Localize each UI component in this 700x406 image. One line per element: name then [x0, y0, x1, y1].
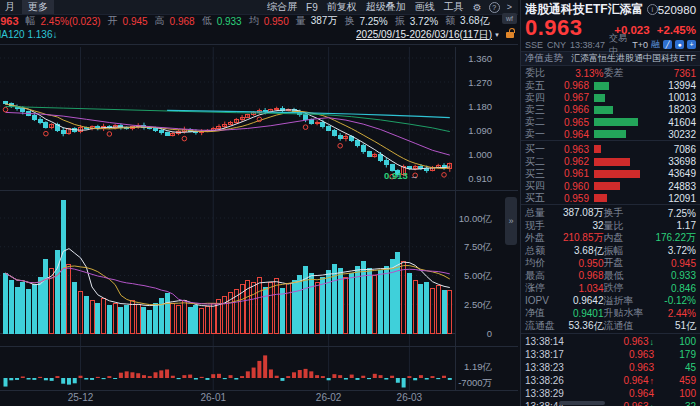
menu-item-前复权[interactable]: 前复权: [327, 0, 357, 14]
ask-level-row[interactable]: 卖二0.96541604: [521, 115, 700, 127]
expand-arrow-icon[interactable]: >: [507, 2, 512, 12]
trade-tick-row: 13:38:230.96345: [521, 361, 700, 374]
price-change-pct: +2.45%: [657, 24, 696, 36]
weibi-value: 3.13%: [557, 68, 604, 79]
ask-level-row[interactable]: 卖一0.96430232: [521, 127, 700, 139]
svg-text:5.00亿: 5.00亿: [464, 270, 492, 281]
margin-flag: 融: [651, 38, 660, 51]
panel-scrollbar[interactable]: [559, 401, 605, 405]
svg-text:0.910: 0.910: [468, 173, 492, 184]
ask-level-row[interactable]: 卖三0.96618203: [521, 103, 700, 115]
stat-row: 总量387.08万换手7.25%: [521, 206, 700, 219]
info-label: 均: [249, 14, 259, 28]
info-label: 幅: [26, 14, 36, 28]
order-book: 卖五0.96813994卖四0.96710013卖三0.96618203卖二0.…: [521, 79, 700, 204]
menu-item-综合屏[interactable]: 综合屏: [267, 0, 297, 14]
market-meta-row: SSE CNY 13:38:47 交易中 T+0 融 ╱●+: [521, 38, 700, 51]
ma-indicator-row: MA120 1.136↓ 2025/09/15-2026/03/16(117日)…: [0, 27, 518, 42]
bid-level-row[interactable]: 买三0.96143649: [521, 167, 700, 179]
stat-row: 均价0.950开盘0.945: [521, 256, 700, 269]
currency-label: CNY: [547, 40, 566, 50]
svg-text:10.00亿: 10.00亿: [459, 213, 493, 224]
bid-level-row[interactable]: 买四0.96024883: [521, 179, 700, 191]
help-icon[interactable]: ?: [489, 2, 500, 13]
info-value: 387万: [311, 14, 338, 28]
info-value: 0.945: [123, 16, 148, 27]
period-tab-more[interactable]: 更多: [22, 0, 54, 14]
info-value: 3.72%: [410, 16, 438, 27]
wf-watermark-badge: wf: [502, 13, 517, 24]
kline-chart[interactable]: 1.3601.2701.1801.0901.0000.91010.00亿7.50…: [0, 0, 520, 406]
svg-text:1.19亿: 1.19亿: [464, 361, 492, 372]
price-info-row: 0.963 幅2.45%(0.023)开0.945高0.968低0.933均0.…: [0, 14, 518, 28]
stat-row: IOPV0.9642溢折率-0.12%: [521, 294, 700, 307]
menu-item-F9[interactable]: F9: [306, 2, 318, 13]
instrument-code: 520980: [658, 4, 696, 16]
svg-text:→: →: [410, 171, 419, 181]
add-plus-icon[interactable]: +: [687, 40, 696, 49]
period-tab-month[interactable]: 月: [0, 0, 20, 14]
svg-text:1.000: 1.000: [468, 149, 492, 160]
svg-text:7.50亿: 7.50亿: [464, 241, 492, 252]
info-label: 低: [202, 14, 212, 28]
stat-row: 最高0.968最低0.933: [521, 269, 700, 282]
info-label: 开: [108, 14, 118, 28]
info-value: 0.933: [217, 16, 242, 27]
edit-pencil-icon[interactable]: ╱: [663, 40, 672, 49]
t0-flag: T+0: [632, 40, 648, 50]
weicha-label: 委差: [604, 66, 650, 80]
panel-collapse-handle[interactable]: »: [505, 197, 517, 245]
info-value: 0.950: [264, 16, 289, 27]
stat-row: 净值0.9401升贴水率2.44%: [521, 306, 700, 319]
unlock-icon[interactable]: [506, 32, 514, 38]
info-value: 2.45%(0.023): [41, 16, 101, 27]
info-label: 高: [155, 14, 165, 28]
fund-full-name: 汇添富恒生港股通中国科技ETF: [571, 52, 696, 65]
current-price: 0.963: [0, 15, 19, 27]
info-value: 7.25%: [359, 16, 387, 27]
bid-level-row[interactable]: 买二0.96233698: [521, 155, 700, 167]
stat-row: 外盘210.85万内盘176.22万: [521, 231, 700, 244]
trade-tick-row: 13:38:440.963↓32: [521, 400, 700, 406]
svg-text:1.180: 1.180: [468, 101, 492, 112]
info-icon[interactable]: i: [647, 4, 658, 15]
svg-text:26-01: 26-01: [200, 392, 226, 403]
info-label: 量: [296, 14, 306, 28]
info-label: 额: [445, 14, 455, 28]
info-label: 振: [395, 14, 405, 28]
trade-tick-row: 13:38:260.964↑459: [521, 374, 700, 387]
nav-tab[interactable]: 净值走势: [525, 52, 563, 65]
svg-text:0.913: 0.913: [384, 170, 408, 181]
top-menu-bar: 月 更多 综合屏F9前复权超级叠加画线工具 ⚙ ? >: [0, 0, 518, 15]
trade-tick-row: 13:38:290.964100: [521, 387, 700, 400]
tick-list[interactable]: 13:38:140.963↓10013:38:170.96317913:38:2…: [521, 333, 700, 406]
svg-text:1.270: 1.270: [468, 77, 492, 88]
stat-row: 流通盘53.36亿流通值51亿: [521, 319, 700, 332]
chevron-down-icon[interactable]: ▼: [494, 32, 500, 38]
menu-items: 综合屏F9前复权超级叠加画线工具: [267, 0, 464, 14]
menu-item-工具[interactable]: 工具: [444, 0, 464, 14]
stat-row: 现手32量比1.17: [521, 219, 700, 232]
alert-dot-icon[interactable]: ●: [675, 40, 684, 49]
bid-level-row[interactable]: 买一0.9637086: [521, 142, 700, 154]
trade-tick-row: 13:38:170.963179: [521, 348, 700, 361]
svg-text:26-03: 26-03: [397, 392, 423, 403]
settings-gear-icon[interactable]: ⚙: [473, 2, 482, 13]
trade-tick-row: 13:38:140.963↓100: [521, 335, 700, 348]
ask-level-row[interactable]: 卖四0.96710013: [521, 91, 700, 103]
quote-time: 13:38:47: [570, 40, 605, 50]
svg-text:-7000万: -7000万: [458, 377, 492, 388]
stat-row: 总额3.68亿振幅3.72%: [521, 244, 700, 257]
menu-item-画线[interactable]: 画线: [415, 0, 435, 14]
last-price: 0.963: [525, 18, 583, 38]
date-range-selector[interactable]: 2025/09/15-2026/03/16(117日): [356, 28, 492, 42]
weicha-value: 7361: [650, 68, 697, 79]
stat-row: 涨停1.034跌停0.846: [521, 281, 700, 294]
ask-level-row[interactable]: 卖五0.96813994: [521, 79, 700, 91]
bid-level-row[interactable]: 买五0.95912091: [521, 191, 700, 203]
info-value: 0.968: [170, 16, 195, 27]
svg-text:25-12: 25-12: [68, 392, 94, 403]
svg-text:1.090: 1.090: [468, 125, 492, 136]
menu-item-超级叠加[interactable]: 超级叠加: [366, 0, 406, 14]
svg-text:2.50亿: 2.50亿: [464, 299, 492, 310]
